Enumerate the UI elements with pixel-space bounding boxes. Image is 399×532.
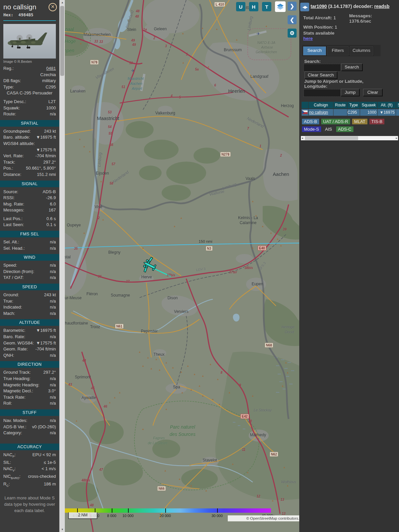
gear-icon[interactable]: ⚙ — [288, 29, 297, 38]
map-button-u[interactable]: U — [236, 2, 245, 11]
section-header-altitude: ALTITUDE — [0, 319, 59, 326]
table-cell[interactable] — [333, 109, 347, 116]
data-row: Groundspeed:243 kt — [3, 128, 56, 135]
data-row: Barometric:▼16975 ft — [3, 328, 56, 334]
hex-code: Hex: 4984B5 — [3, 12, 56, 17]
table-cell[interactable]: ▼16975 — [378, 109, 396, 116]
close-icon[interactable]: ✕ — [49, 3, 57, 11]
teal-divider — [3, 20, 56, 21]
table-header-Route[interactable]: Route — [333, 102, 347, 108]
altitude-tick-label: 20 000 — [160, 514, 171, 518]
panel-toggle-icon[interactable]: ◀▶ — [300, 3, 309, 11]
altitude-tick-label: 30 000 — [211, 514, 223, 518]
search-input[interactable] — [304, 64, 341, 71]
scroll-up-icon[interactable]: ▲ — [60, 1, 65, 4]
legend-badge-modes[interactable]: Mode-S — [302, 126, 321, 132]
data-row: Nav. Modes:n/a — [3, 418, 56, 424]
section-header-direction: DIRECTION — [0, 361, 59, 368]
data-row: NACV:< 1 m/s — [3, 466, 56, 473]
scroll-left-icon[interactable]: ◂ — [302, 136, 303, 140]
table-cell[interactable]: 1000 — [360, 109, 377, 116]
legend-badge-ais[interactable]: AIS — [323, 126, 334, 132]
map-scale-bar: 2 NM — [68, 512, 97, 519]
layers-button[interactable] — [275, 1, 286, 12]
table-header-S[interactable]: S — [396, 102, 399, 108]
data-row: Last Seen:0.1 s — [3, 222, 56, 228]
search-button[interactable]: Search — [341, 64, 362, 71]
osm-attribution[interactable]: © OpenStreetMap contributors. — [228, 515, 299, 521]
panel-hide-icon[interactable]: ❮ — [288, 15, 297, 24]
callsign-title: no callsign — [3, 2, 56, 12]
tar1090-app: no callsign ✕ Hex: 4984B5 — [0, 0, 399, 532]
stats-available-label: Stats available — [303, 31, 334, 36]
stats-here-link[interactable]: here — [303, 36, 313, 41]
data-row: Mach:n/a — [3, 311, 56, 317]
scroll-right-icon[interactable]: ▸ — [396, 136, 397, 140]
registration-link[interactable]: 0481 — [15, 66, 56, 72]
hscroll-thumb[interactable] — [305, 136, 358, 140]
table-header-Alt. (ft)[interactable]: Alt. (ft) — [378, 102, 396, 108]
data-row: Indicated:n/a — [3, 304, 56, 311]
table-horizontal-scrollbar[interactable]: ◂ ▸ — [301, 136, 398, 140]
tab-search[interactable]: Search — [303, 46, 327, 56]
legend-badge-adsb[interactable]: ADS-B — [302, 119, 319, 124]
data-row: Sel. Head.:n/a — [3, 245, 56, 252]
image-credit: Image © R.Bexten — [3, 60, 56, 64]
data-row: Roll:n/a — [3, 400, 56, 407]
altitude-tick-label: 10 000 — [122, 514, 134, 518]
data-row: Speed:n/a — [3, 262, 56, 269]
readsb-link[interactable]: readsb — [374, 4, 389, 9]
table-cell[interactable] — [396, 109, 399, 116]
data-row: RC:186 m — [3, 481, 56, 489]
table-header-flag[interactable] — [302, 102, 308, 108]
total-aircraft: Total Aircraft: 1 — [303, 15, 336, 20]
sidebar-scrollbar[interactable]: ▲ ▼ — [59, 0, 65, 532]
data-row: Messages:167 — [3, 207, 56, 213]
data-row: Type:C295 — [3, 84, 56, 90]
altitude-tick — [112, 508, 112, 513]
tar1090-link[interactable]: tar1090 — [311, 4, 327, 9]
legend-badge-mlat[interactable]: MLAT — [352, 119, 367, 124]
jump-label-line1: Jump to Airport or Latitude, — [304, 79, 363, 84]
data-row: Track Rate:n/a — [3, 394, 56, 401]
tab-columns[interactable]: Columns — [349, 46, 374, 56]
data-row: Magnetic Decl.:3.0° — [3, 388, 56, 394]
map-button-t[interactable]: T — [262, 2, 271, 11]
altitude-tick-label: 8 000 — [107, 514, 116, 518]
legend-badge-adsc[interactable]: ADS-C — [336, 126, 353, 132]
table-header-Callsign[interactable]: Callsign — [309, 102, 333, 108]
jump-button[interactable]: Jump — [341, 89, 359, 96]
data-row: Source:ADS-B — [3, 189, 56, 195]
tab-filters[interactable]: Filters — [327, 46, 349, 56]
jump-clear-button[interactable]: Clear — [363, 89, 382, 96]
data-row: Route:n/a — [3, 111, 56, 117]
table-callsign-link[interactable]: no callsign — [309, 109, 333, 116]
table-cell[interactable]: C295 — [347, 109, 360, 116]
scrollbar-thumb[interactable] — [60, 6, 64, 76]
data-row: Reg.:0481 — [3, 66, 56, 72]
jump-input[interactable] — [304, 89, 341, 97]
data-row: WGS84 altitude: — [3, 141, 56, 147]
data-row: Type Desc.:L2T — [3, 99, 56, 105]
legend-badge-uat[interactable]: UAT / ADS-R — [321, 119, 350, 124]
map-canvas[interactable] — [65, 0, 299, 532]
data-row: Ground:243 kt — [3, 292, 56, 298]
clear-search-button[interactable]: Clear Search — [305, 71, 337, 79]
map-button-h[interactable]: H — [249, 2, 258, 11]
info-panel: ◀▶ tar1090 (3.14.1787) decoder: readsb T… — [299, 0, 399, 532]
altitude-tick — [128, 508, 129, 513]
section-header-spatial: SPATIAL — [0, 120, 59, 127]
data-row: DB flags:military — [3, 78, 56, 84]
jump-label-line2: Longitude: — [304, 84, 328, 89]
czechia-flag-icon[interactable] — [302, 109, 308, 116]
legend-badge-tisb[interactable]: TIS-B — [369, 119, 384, 124]
aircraft-photo[interactable] — [3, 24, 56, 59]
panel-show-icon[interactable]: ❯ — [288, 2, 297, 11]
table-header-Type[interactable]: Type — [347, 102, 360, 108]
data-row: Squawk:1000 — [3, 105, 56, 111]
table-header-Squawk[interactable]: Squawk — [360, 102, 377, 108]
section-header-stuff: STUFF — [0, 409, 59, 416]
scroll-down-icon[interactable]: ▼ — [60, 528, 65, 531]
map[interactable]: SittardSteinGeleenMaasmechelenBrunssumLa… — [65, 0, 299, 532]
data-row: Czechia — [3, 72, 56, 78]
